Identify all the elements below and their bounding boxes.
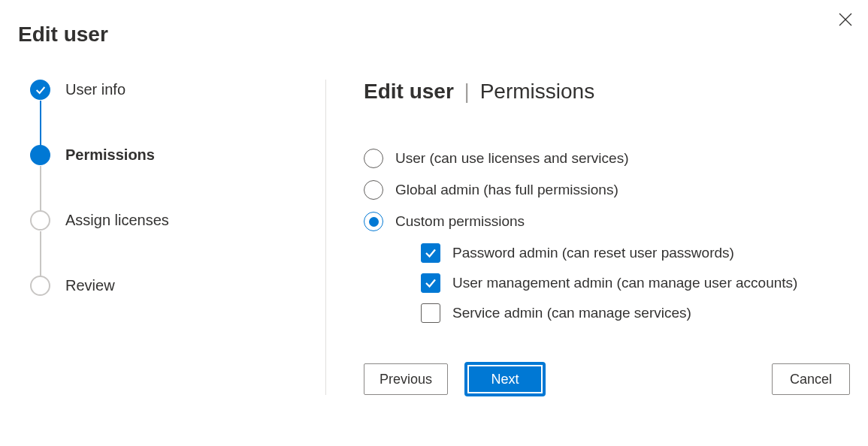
panel-title-context: Edit user	[364, 80, 454, 103]
custom-permission-list: Password admin (can reset user passwords…	[421, 243, 850, 323]
cancel-button[interactable]: Cancel	[772, 363, 850, 395]
radio-label: Global admin (has full permissions)	[395, 182, 618, 198]
close-icon[interactable]	[836, 11, 857, 32]
radio-label: User (can use licenses and services)	[395, 150, 628, 167]
step-user-info[interactable]: User info	[30, 80, 325, 100]
step-label: Assign licenses	[65, 212, 169, 229]
permissions-panel: Edit user | Permissions User (can use li…	[326, 80, 850, 395]
checkbox-user-management-admin[interactable]: User management admin (can manage user a…	[421, 273, 850, 293]
panel-title-page: Permissions	[480, 80, 594, 103]
checkbox-icon	[421, 303, 440, 323]
radio-custom-permissions[interactable]: Custom permissions	[364, 212, 850, 231]
radio-global-admin[interactable]: Global admin (has full permissions)	[364, 180, 850, 200]
checkbox-label: Password admin (can reset user passwords…	[452, 245, 734, 261]
radio-user[interactable]: User (can use licenses and services)	[364, 149, 850, 168]
step-label: User info	[65, 81, 126, 98]
radio-label: Custom permissions	[395, 213, 525, 230]
wizard-stepper: User info Permissions Assign licenses Re…	[18, 80, 326, 395]
panel-title: Edit user | Permissions	[364, 80, 850, 104]
current-step-icon	[30, 145, 50, 165]
checkbox-service-admin[interactable]: Service admin (can manage services)	[421, 303, 850, 323]
previous-button[interactable]: Previous	[364, 363, 448, 395]
step-label: Permissions	[65, 146, 155, 164]
edit-user-dialog: Edit user User info Permissions As	[0, 0, 868, 446]
radio-icon	[364, 180, 383, 200]
dialog-footer: Previous Next Cancel	[364, 333, 850, 395]
step-label: Review	[65, 277, 115, 294]
step-review[interactable]: Review	[30, 276, 325, 296]
checkbox-icon	[421, 243, 440, 263]
checkbox-label: User management admin (can manage user a…	[452, 275, 797, 291]
radio-icon	[364, 149, 383, 168]
role-radio-group: User (can use licenses and services) Glo…	[364, 149, 850, 333]
check-icon	[30, 80, 50, 100]
step-assign-licenses[interactable]: Assign licenses	[30, 210, 325, 231]
checkbox-password-admin[interactable]: Password admin (can reset user passwords…	[421, 243, 850, 263]
checkbox-label: Service admin (can manage services)	[452, 305, 691, 321]
radio-icon	[364, 212, 383, 231]
step-permissions[interactable]: Permissions	[30, 145, 325, 165]
checkbox-icon	[421, 273, 440, 293]
next-button[interactable]: Next	[466, 363, 544, 395]
dialog-title: Edit user	[18, 23, 850, 47]
pending-step-icon	[30, 210, 50, 231]
pending-step-icon	[30, 276, 50, 296]
